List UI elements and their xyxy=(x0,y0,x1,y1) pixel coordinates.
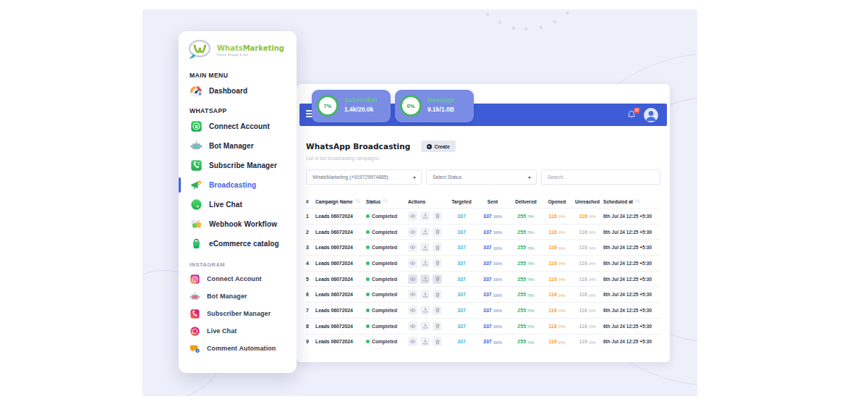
targeted-cell: 337 xyxy=(447,292,476,297)
unreached-cell: 11634% xyxy=(571,339,603,344)
opened-cell: 11634% xyxy=(542,324,571,329)
opened-cell: 11634% xyxy=(542,339,571,344)
create-button[interactable]: + Create xyxy=(421,140,456,152)
opened-cell: 11634% xyxy=(542,214,571,219)
view-icon[interactable] xyxy=(408,290,417,299)
status-dot xyxy=(366,309,370,312)
campaign-name-cell: Leads 06072024 xyxy=(315,292,366,297)
search-input[interactable] xyxy=(541,169,660,185)
background-artboard: 7% Subscriber 1.4k/20.0k 0% Message 9.1k… xyxy=(142,9,697,396)
targeted-cell: 337 xyxy=(447,324,476,329)
delivered-cell: 25576% xyxy=(509,230,542,235)
subscriber-stat-value: 1.4k/20.0k xyxy=(344,106,378,113)
download-icon[interactable] xyxy=(420,274,430,284)
sidebar-item-label: Subscriber Manager xyxy=(207,310,271,317)
campaign-name-cell: Leads 06072024 xyxy=(315,245,366,250)
campaign-name-cell: Leads 06072024 xyxy=(315,339,366,344)
column-header-scheduled-at[interactable]: Scheduled at xyxy=(603,198,660,204)
sidebar-item-instagram-subscriber-manager[interactable]: Subscriber Manager xyxy=(179,305,297,322)
sidebar-item-instagram-bot-manager[interactable]: Bot Manager xyxy=(179,288,297,305)
sidebar-item-instagram-comment-automation[interactable]: Comment Automation xyxy=(179,340,297,357)
table-row: 8Leads 06072024Completed337337100%25576%… xyxy=(306,318,660,334)
account-select[interactable]: WhatsMarketing (+919729974885) xyxy=(306,169,422,185)
status-cell: Completed xyxy=(366,277,408,282)
sidebar-item-instagram-live-chat[interactable]: Live Chat xyxy=(179,322,297,340)
sent-cell: 337100% xyxy=(476,230,509,235)
view-icon[interactable] xyxy=(408,274,417,284)
download-icon[interactable] xyxy=(420,227,430,237)
sidebar-nav: MAIN MENUDashboardWHATSAPPBConnect Accou… xyxy=(179,72,297,357)
status-select[interactable]: Select Status xyxy=(426,169,537,185)
sidebar-item-whatsapp-broadcasting[interactable]: 1Broadcasting xyxy=(179,175,297,195)
download-icon[interactable] xyxy=(420,259,430,268)
delete-icon[interactable] xyxy=(433,211,442,221)
sidebar-item-whatsapp-ecommerce-catalog[interactable]: eCommerce catalog xyxy=(179,234,297,253)
delivered-cell: 25576% xyxy=(509,277,542,282)
view-icon[interactable] xyxy=(408,337,417,346)
section-heading-instagram: INSTAGRAM xyxy=(190,261,297,268)
opened-cell: 11634% xyxy=(542,308,571,313)
sidebar: WhatsMarketing Reach, Engage & Sell MAIN… xyxy=(179,31,297,373)
delete-icon[interactable] xyxy=(433,337,442,346)
sidebar-item-label: Bot Manager xyxy=(207,293,247,300)
download-icon[interactable] xyxy=(420,322,430,331)
view-icon[interactable] xyxy=(408,259,417,268)
scheduled-at-cell: 6th Jul 24 12:25 +5:30 xyxy=(603,324,660,329)
actions-cell xyxy=(408,290,447,299)
delete-icon[interactable] xyxy=(433,274,442,284)
view-icon[interactable] xyxy=(408,306,417,315)
view-icon[interactable] xyxy=(408,243,417,252)
user-avatar[interactable] xyxy=(644,108,658,122)
download-icon[interactable] xyxy=(420,211,430,221)
subscriber-percent-ring: 7% xyxy=(317,95,339,117)
view-icon[interactable] xyxy=(408,227,417,237)
sort-icon[interactable] xyxy=(635,198,640,204)
column-header-campaign-name[interactable]: Campaign Name xyxy=(315,198,366,204)
sidebar-item-whatsapp-connect-account[interactable]: BConnect Account xyxy=(179,117,297,136)
sidebar-item-whatsapp-subscribe-manager[interactable]: Subscribe Manager xyxy=(179,156,297,175)
campaign-name-cell: Leads 06072024 xyxy=(315,230,366,235)
sent-cell: 337100% xyxy=(476,292,509,297)
status-cell: Completed xyxy=(366,214,408,219)
column-header-label: Status xyxy=(366,199,380,204)
sort-icon[interactable] xyxy=(355,198,360,204)
delete-icon[interactable] xyxy=(433,322,442,331)
scheduled-at-cell: 6th Jul 24 12:25 +5:30 xyxy=(603,214,660,219)
sidebar-item-whatsapp-bot-manager[interactable]: Bot Manager xyxy=(179,136,297,156)
delete-icon[interactable] xyxy=(433,243,442,252)
actions-cell xyxy=(408,306,447,315)
delete-icon[interactable] xyxy=(433,290,442,299)
sidebar-item-instagram-connect-account[interactable]: Connect Account xyxy=(179,270,297,288)
sidebar-item-label: Webhook Workflow xyxy=(209,220,277,228)
delete-icon[interactable] xyxy=(433,259,442,268)
view-icon[interactable] xyxy=(408,322,417,331)
column-header-: # xyxy=(306,199,315,204)
wa-ecommerce-icon xyxy=(190,238,203,251)
sidebar-item-main-dashboard[interactable]: Dashboard xyxy=(179,81,297,101)
notifications-bell-icon[interactable]: 37 xyxy=(626,109,637,120)
sent-cell: 337100% xyxy=(476,245,509,250)
delete-icon[interactable] xyxy=(433,306,442,315)
download-icon[interactable] xyxy=(420,290,430,299)
sidebar-item-label: Live Chat xyxy=(207,327,237,335)
status-cell: Completed xyxy=(366,339,408,344)
download-icon[interactable] xyxy=(420,243,430,252)
actions-cell xyxy=(408,259,447,268)
sort-icon[interactable] xyxy=(383,198,388,204)
page-title: WhatsApp Broadcasting xyxy=(306,142,411,151)
sidebar-item-label: Connect Account xyxy=(207,275,262,282)
broadcasting-content: WhatsApp Broadcasting + Create List of b… xyxy=(306,126,660,358)
view-icon[interactable] xyxy=(408,211,417,221)
actions-cell xyxy=(408,227,447,237)
sidebar-item-whatsapp-webhook-workflow[interactable]: Webhook Workflow xyxy=(179,214,297,234)
download-icon[interactable] xyxy=(420,337,430,346)
page-subtitle: List of bot broadcasting campaigns xyxy=(306,156,660,161)
column-header-status[interactable]: Status xyxy=(366,198,408,204)
ig-bot-icon xyxy=(190,291,200,302)
status-dot xyxy=(366,261,370,265)
download-icon[interactable] xyxy=(420,306,430,315)
column-header-label: # xyxy=(306,199,309,204)
sidebar-item-label: Bot Manager xyxy=(209,142,254,150)
sidebar-item-whatsapp-live-chat[interactable]: Live Chat xyxy=(179,195,297,214)
delete-icon[interactable] xyxy=(433,227,442,237)
